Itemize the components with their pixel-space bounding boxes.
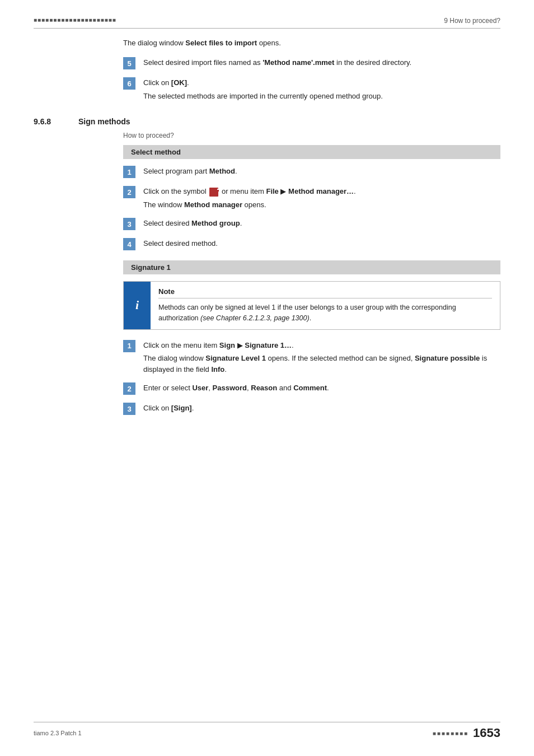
sign2-reason: Reason	[251, 384, 277, 392]
section-title: Sign methods	[78, 117, 130, 126]
step-5-num: 5	[123, 57, 135, 69]
step6-bold: [OK]	[171, 78, 187, 87]
sign1-sub-b1: Signature Level 1	[205, 354, 266, 362]
note-icon-col: i	[124, 282, 151, 329]
sign-step-3-row: 3 Click on [Sign].	[123, 403, 500, 415]
select-step-4-num: 4	[123, 238, 135, 250]
sign-step-2-num: 2	[123, 382, 135, 395]
page-footer: tiamo 2.3 Patch 1 ■■■■■■■■ 1653	[34, 722, 500, 740]
step-6-content: Click on [OK]. The selected methods are …	[143, 77, 383, 101]
sign2-user: User	[192, 384, 208, 392]
step2-sub-bold: Method manager	[184, 200, 242, 209]
footer-right: ■■■■■■■■ 1653	[433, 726, 500, 740]
note-icon: i	[135, 298, 139, 312]
step-6-row: 6 Click on [OK]. The selected methods ar…	[123, 77, 500, 101]
sign-step-2-row: 2 Enter or select User, Password, Reason…	[123, 382, 500, 395]
step2-method-manager: Method manager…	[288, 187, 354, 195]
step2-sub: The window Method manager opens.	[143, 199, 356, 211]
header-dots: ■■■■■■■■■■■■■■■■■■■■■	[34, 17, 116, 23]
select-step-1-row: 1 Select program part Method.	[123, 166, 500, 178]
select-step-2-num: 2	[123, 186, 135, 198]
note-text: Methods can only be signed at level 1 if…	[158, 302, 492, 324]
intro-plain: The dialog window	[123, 39, 185, 47]
footer-page: 1653	[473, 726, 500, 740]
select-step-2-content: Click on the symbol or menu item File ▶ …	[143, 186, 356, 210]
header-section: 9 How to proceed?	[444, 17, 500, 25]
step-5-content: Select desired import files named as 'Me…	[143, 57, 411, 68]
note-box: i Note Methods can only be signed at lev…	[123, 281, 500, 330]
sign1-sub: The dialog window Signature Level 1 open…	[143, 353, 500, 375]
intro-plain2: opens.	[257, 39, 281, 47]
select-step-3-row: 3 Select desired Method group.	[123, 218, 500, 230]
step2-file: File	[266, 187, 278, 195]
step2-text: Click on the symbol	[143, 187, 208, 195]
select-step-4-row: 4 Select desired method.	[123, 238, 500, 250]
step2-arrow: ▶	[280, 187, 286, 195]
footer-left: tiamo 2.3 Patch 1	[34, 730, 82, 736]
section-num: 9.6.8	[34, 117, 78, 126]
sign2-password: Password	[213, 384, 247, 392]
intro-text: The dialog window Select files to import…	[123, 39, 500, 47]
sign1-sub-b2: Signature possible	[415, 354, 480, 362]
step-6-num: 6	[123, 77, 135, 90]
select-method-box: Select method	[123, 145, 500, 159]
page-header: ■■■■■■■■■■■■■■■■■■■■■ 9 How to proceed?	[34, 17, 500, 29]
note-content: Note Methods can only be signed at level…	[151, 282, 500, 329]
step5-bold: 'Method name'.mmet	[263, 58, 334, 67]
step2-or: or menu item	[222, 187, 266, 195]
note-italic: (see Chapter 6.2.1.2.3, page 1300)	[200, 314, 310, 322]
s3-bold: Method group	[191, 219, 240, 227]
select-step-1-num: 1	[123, 166, 135, 178]
note-title: Note	[158, 287, 492, 298]
sign-step-1-content: Click on the menu item Sign ▶ Signature …	[143, 340, 500, 375]
section-heading: 9.6.8 Sign methods	[34, 117, 500, 126]
sign1-arrow: ▶	[237, 341, 243, 349]
sign-step-3-num: 3	[123, 403, 135, 415]
sign2-comment: Comment	[293, 384, 327, 392]
intro-bold: Select files to import	[185, 39, 257, 47]
sign-step-3-content: Click on [Sign].	[143, 403, 194, 414]
select-step-3-num: 3	[123, 218, 135, 230]
select-step-4-content: Select desired method.	[143, 238, 218, 249]
section-subtitle: How to proceed?	[123, 132, 500, 139]
step-5-row: 5 Select desired import files named as '…	[123, 57, 500, 69]
sign-step-2-content: Enter or select User, Password, Reason a…	[143, 382, 329, 394]
sign-step-1-num: 1	[123, 340, 135, 352]
method-manager-icon	[209, 188, 218, 197]
footer-dots: ■■■■■■■■	[433, 730, 469, 736]
select-step-2-row: 2 Click on the symbol or menu item File …	[123, 186, 500, 210]
sign1-bold1: Sign	[219, 341, 235, 349]
sign3-bold: [Sign]	[171, 404, 192, 412]
select-step-3-content: Select desired Method group.	[143, 218, 242, 229]
sign-step-1-row: 1 Click on the menu item Sign ▶ Signatur…	[123, 340, 500, 375]
step-6-sub: The selected methods are imported in the…	[143, 91, 383, 102]
sign1-bold2: Signature 1…	[245, 341, 292, 349]
page: ■■■■■■■■■■■■■■■■■■■■■ 9 How to proceed? …	[0, 0, 534, 756]
s1-bold: Method	[209, 167, 235, 175]
select-step-1-content: Select program part Method.	[143, 166, 237, 177]
signature-box: Signature 1	[123, 260, 500, 274]
sign1-sub-b3: Info	[211, 365, 224, 374]
note-text2: .	[310, 314, 311, 322]
